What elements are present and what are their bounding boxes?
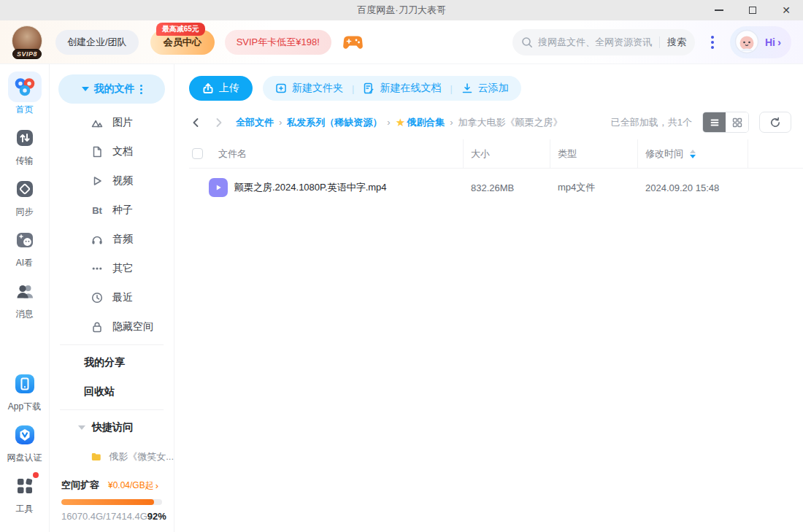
- sort-control[interactable]: [690, 150, 696, 158]
- close-button[interactable]: ✕: [769, 0, 803, 20]
- new-online-doc-button[interactable]: 新建在线文档: [363, 82, 441, 95]
- breadcrumb-all-files[interactable]: 全部文件: [236, 116, 274, 129]
- breadcrumb-collection[interactable]: 俄剧合集: [407, 116, 445, 129]
- minimize-icon: [715, 9, 723, 11]
- sidebar-item-recent[interactable]: 最近: [50, 283, 174, 312]
- ellipsis-icon: [91, 263, 103, 274]
- column-header-name[interactable]: 文件名: [218, 139, 464, 168]
- minimize-button[interactable]: [702, 0, 736, 20]
- toolbar-actions: 新建文件夹 | 新建在线文档 | 云添加: [263, 76, 521, 101]
- window-controls: ✕: [702, 0, 803, 20]
- game-controller-icon[interactable]: [343, 34, 363, 50]
- rail-item-app-download[interactable]: App下载: [8, 369, 42, 413]
- window-title: 百度网盘·刀刀大表哥: [357, 4, 445, 17]
- back-button[interactable]: [191, 117, 201, 128]
- action-separator: |: [450, 83, 452, 94]
- main-content: 上传 新建文件夹 | 新建在线文档 | 云添加: [174, 64, 803, 532]
- sidebar-item-audio[interactable]: 音频: [50, 225, 174, 254]
- verification-icon: [14, 424, 36, 446]
- maximize-button[interactable]: [736, 0, 769, 20]
- file-row[interactable]: 颤栗之房.2024.1080P.英语中字.mp4 832.26MB mp4文件 …: [189, 169, 803, 207]
- sidebar-item-hidden-space[interactable]: 隐藏空间: [50, 312, 174, 342]
- upload-button[interactable]: 上传: [189, 76, 253, 101]
- rail-item-transfer[interactable]: 传输: [8, 123, 42, 167]
- folder-icon: [91, 452, 101, 462]
- collapse-triangle-icon: [78, 425, 85, 430]
- rail-item-ai-view[interactable]: AI看: [8, 225, 42, 269]
- column-header-size[interactable]: 大小: [464, 139, 550, 168]
- storage-chevron-icon[interactable]: ›: [155, 480, 158, 491]
- sidebar-item-videos[interactable]: 视频: [50, 166, 174, 196]
- video-file-icon: [209, 178, 228, 197]
- rail-item-sync[interactable]: 同步: [8, 174, 42, 218]
- greeting-text: Hi: [765, 36, 775, 48]
- sidebar-item-my-files[interactable]: 我的文件: [58, 74, 165, 104]
- refresh-button[interactable]: [759, 112, 791, 133]
- rail-label-sync: 同步: [16, 206, 34, 218]
- search-input[interactable]: [538, 36, 656, 47]
- forward-button[interactable]: [214, 117, 224, 128]
- storage-usage-text: 16070.4G/17414.4G92%: [61, 511, 162, 522]
- storage-expand-label[interactable]: 空间扩容: [61, 479, 99, 492]
- column-header-type[interactable]: 类型: [550, 139, 638, 168]
- account-pill[interactable]: Hi ›: [730, 26, 791, 58]
- sidebar-item-torrents[interactable]: Bt 种子: [50, 196, 174, 225]
- rail-label-verification: 网盘认证: [7, 452, 42, 464]
- search-button[interactable]: 搜索: [667, 36, 686, 49]
- svip-level-badge: SVIP8: [12, 49, 42, 59]
- more-menu-icon[interactable]: [708, 33, 717, 52]
- breadcrumb-row: 全部文件 › 私发系列（稀缺资源） › ★ 俄剧合集 › 加拿大电影《颤栗之房》…: [174, 101, 803, 139]
- file-modified: 2024.09.20 15:48: [638, 182, 748, 193]
- rail-item-messages[interactable]: 消息: [8, 276, 42, 320]
- cloud-add-button[interactable]: 云添加: [461, 82, 509, 95]
- new-folder-button[interactable]: 新建文件夹: [275, 82, 343, 95]
- sidebar-item-other[interactable]: 其它: [50, 254, 174, 283]
- my-files-more-icon[interactable]: [140, 85, 142, 94]
- create-team-button[interactable]: 创建企业/团队: [55, 30, 139, 55]
- sort-asc-icon: [690, 150, 696, 153]
- storage-percent: 92%: [147, 511, 166, 522]
- rail-label-ai-view: AI看: [16, 257, 33, 269]
- svip-promo-button[interactable]: SVIP年卡低至¥198!: [225, 30, 331, 55]
- vip-center-label: 会员中心: [164, 36, 201, 49]
- messages-icon: [15, 282, 35, 300]
- refresh-icon: [769, 117, 781, 128]
- list-view-icon: [709, 117, 721, 128]
- rail-label-app-download: App下载: [8, 401, 41, 413]
- sidebar-item-documents[interactable]: 文档: [50, 137, 174, 166]
- search-box[interactable]: 搜索: [512, 29, 695, 55]
- transfer-icon: [15, 128, 35, 147]
- my-files-label: 我的文件: [94, 82, 135, 96]
- action-separator: |: [352, 83, 354, 94]
- grid-view-icon: [731, 117, 743, 128]
- column-header-modified[interactable]: 修改时间: [638, 139, 748, 168]
- rail-item-verification[interactable]: 网盘认证: [7, 420, 42, 464]
- user-avatar[interactable]: SVIP8: [12, 26, 45, 59]
- rail-item-tools[interactable]: 工具: [8, 471, 42, 515]
- account-chevron-icon: ›: [777, 36, 781, 48]
- storage-price-link[interactable]: ¥0.04/GB起: [108, 479, 154, 492]
- file-name[interactable]: 颤栗之房.2024.1080P.英语中字.mp4: [234, 181, 387, 194]
- sidebar-quick-access[interactable]: 快捷访问: [50, 413, 174, 442]
- list-view-button[interactable]: [703, 112, 726, 132]
- sidebar-quick-item-folder[interactable]: 俄影《微笑女...: [50, 442, 174, 471]
- tools-icon: [15, 477, 34, 496]
- breadcrumb-current: 加拿大电影《颤栗之房》: [458, 116, 562, 129]
- rail-label-tools: 工具: [16, 503, 34, 515]
- rail-label-messages: 消息: [16, 308, 34, 320]
- app-download-icon: [14, 373, 36, 395]
- sidebar-item-images[interactable]: 图片: [50, 108, 174, 137]
- sidebar-item-my-share[interactable]: 我的分享: [50, 348, 174, 377]
- view-toggle: [702, 112, 749, 133]
- file-type: mp4文件: [550, 181, 638, 194]
- search-divider: [659, 36, 660, 48]
- sidebar-item-recycle-bin[interactable]: 回收站: [50, 377, 174, 406]
- sort-desc-icon: [690, 155, 696, 158]
- rail-item-home[interactable]: 首页: [8, 72, 42, 116]
- vip-center-button[interactable]: 最高减65元 会员中心: [150, 30, 215, 55]
- grid-view-button[interactable]: [726, 112, 748, 132]
- select-all-checkbox[interactable]: [192, 148, 203, 159]
- breadcrumb-series[interactable]: 私发系列（稀缺资源）: [287, 116, 382, 129]
- discount-ribbon-badge: 最高减65元: [156, 23, 205, 36]
- image-icon: [91, 117, 103, 128]
